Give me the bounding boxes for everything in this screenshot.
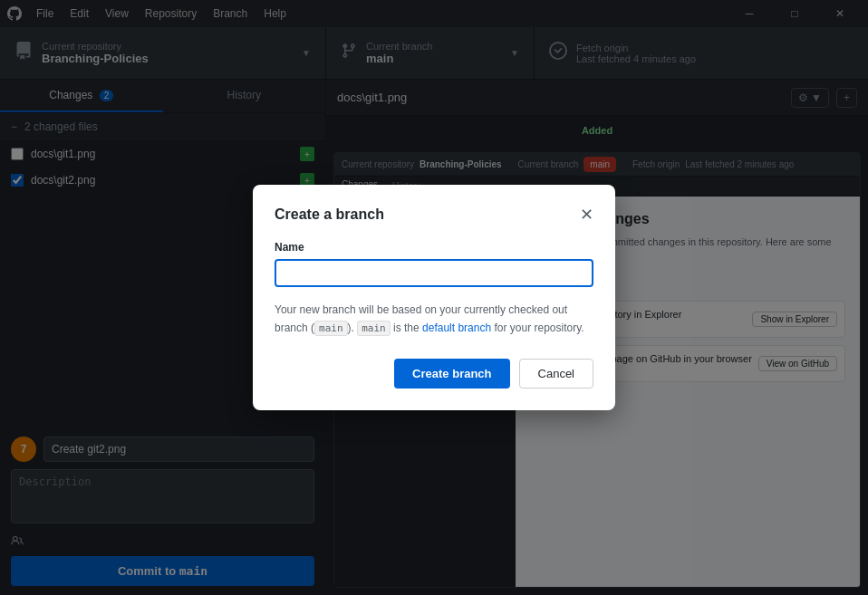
modal-actions: Create branch Cancel <box>275 359 593 389</box>
modal-branch-name-input[interactable] <box>275 259 593 287</box>
modal-description: Your new branch will be based on your cu… <box>275 302 593 336</box>
cancel-button[interactable]: Cancel <box>519 359 593 389</box>
modal-overlay: Create a branch ✕ Name Your new branch w… <box>0 0 868 595</box>
modal-close-button[interactable]: ✕ <box>580 206 593 223</box>
modal-header: Create a branch ✕ <box>275 206 593 223</box>
branch-code-2: main <box>357 321 391 336</box>
create-branch-modal: Create a branch ✕ Name Your new branch w… <box>253 185 615 409</box>
modal-name-label: Name <box>275 241 593 254</box>
branch-code-1: main <box>314 321 348 336</box>
modal-title: Create a branch <box>275 206 384 223</box>
create-branch-button[interactable]: Create branch <box>394 359 509 389</box>
default-branch-link[interactable]: default branch <box>422 321 491 334</box>
